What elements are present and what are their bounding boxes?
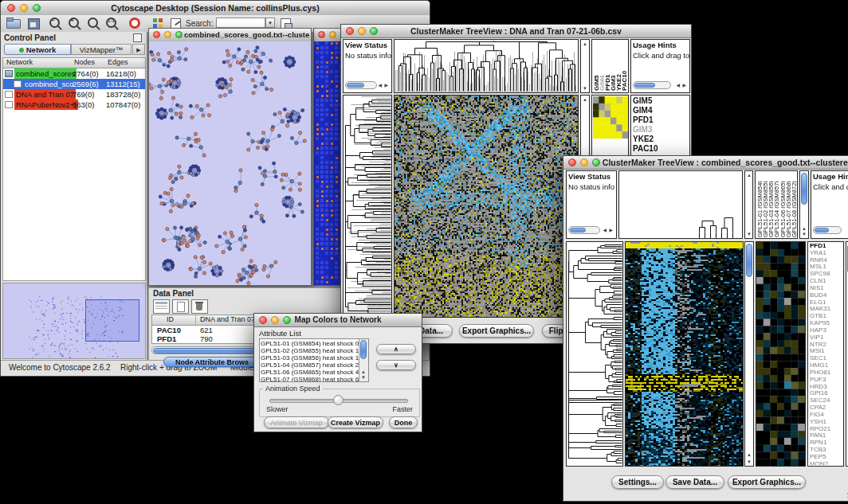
tv1-column-label[interactable]: GIM4 — [599, 41, 604, 91]
zoom-selected-icon[interactable] — [87, 18, 101, 29]
scroll-up-icon[interactable]: ▲ — [747, 452, 752, 457]
search-dropdown-icon[interactable]: ▼ — [265, 18, 275, 28]
scroll-down-icon[interactable]: ▼ — [747, 232, 752, 236]
tv1-column-label[interactable]: GIM5 — [593, 41, 599, 91]
tab-vizmapper[interactable]: VizMapper™ — [71, 44, 132, 55]
network-canvas[interactable] — [149, 41, 311, 285]
scroll-down-icon[interactable]: ▼ — [583, 86, 587, 91]
tv1-zoom-matrix[interactable] — [593, 96, 628, 139]
tv2-column-label[interactable]: GPL51-08 (GSM872) — [791, 172, 796, 237]
scroll-right-icon[interactable]: ▶ — [682, 83, 686, 88]
attribute-list-item[interactable]: GPL51-02 (GSM855) heat shock 10 min — [261, 347, 359, 354]
table-icon[interactable] — [153, 299, 170, 314]
minimize-button[interactable] — [329, 31, 336, 38]
tv1-heatmap[interactable] — [395, 96, 578, 317]
attribute-list-item[interactable]: GPL51-07 (GSM868) heat shock 60 min — [261, 376, 359, 382]
minimize-button[interactable] — [580, 158, 588, 166]
gene-label[interactable]: PAC10 — [633, 144, 689, 154]
gene-label[interactable]: GIM5 — [633, 96, 689, 106]
overview-viewport-rect[interactable] — [85, 299, 139, 342]
scroll-up-icon[interactable]: ▲ — [361, 369, 366, 374]
tab-network[interactable]: Network — [4, 44, 71, 55]
attribute-listbox[interactable]: GPL51-01 (GSM854) heat shock 05 minGPL51… — [259, 338, 369, 382]
tv2-heatmap[interactable] — [626, 242, 743, 466]
zoom-button[interactable] — [175, 31, 183, 38]
gene-label[interactable]: YKE2 — [633, 135, 689, 144]
tv2-save-data-button[interactable]: Save Data... — [665, 475, 724, 489]
close-button[interactable] — [318, 31, 325, 38]
scroll-down-icon[interactable]: ▼ — [747, 459, 752, 464]
tv2-heatmap-scrollbar[interactable]: ▲ ▼ — [744, 241, 754, 467]
gene-label[interactable]: PFD1 — [633, 115, 689, 125]
minimize-button[interactable] — [164, 31, 171, 38]
network-row[interactable]: combined_sco2569(6)13112(15) — [3, 79, 145, 89]
scroll-down-icon[interactable]: ▼ — [802, 232, 807, 236]
tv2-settings-button[interactable]: Settings... — [611, 475, 664, 489]
col-network[interactable]: Network — [6, 58, 33, 66]
scroll-down-icon[interactable]: ▼ — [361, 375, 366, 380]
tv2-col-scroll-strip[interactable]: ▲ ▼ — [744, 170, 753, 239]
scroll-up-icon[interactable]: ▲ — [802, 226, 807, 231]
tv1-column-label[interactable]: PAC10 — [621, 41, 626, 91]
scroll-up-icon[interactable]: ▲ — [583, 97, 587, 102]
tv1-status-scrollbar[interactable] — [345, 81, 377, 89]
tv1-column-dendrogram[interactable] — [395, 40, 578, 92]
network-overview[interactable] — [2, 283, 146, 359]
tv2-row-dendrogram[interactable] — [567, 242, 622, 466]
tv2-status-scrollbar[interactable] — [568, 226, 600, 234]
attribute-list-item[interactable]: GPL51-03 (GSM856) heat shock 15 min — [261, 354, 359, 361]
tv2-usage-scrollbar[interactable] — [813, 226, 842, 234]
tv2-zoom-thumbnail[interactable] — [756, 242, 805, 466]
col-nodes[interactable]: Nodes — [74, 58, 95, 66]
zoom-out-icon[interactable]: − — [49, 18, 63, 29]
tv1-column-label[interactable]: PFD1 — [604, 41, 610, 91]
tv1-usage-scrollbar[interactable] — [633, 81, 671, 89]
gene-label[interactable]: MON2 — [810, 461, 843, 465]
attribute-list-scrollbar[interactable]: ▲ ▼ — [359, 339, 368, 381]
zoom-in-icon[interactable]: + — [68, 18, 82, 29]
delete-attribute-icon[interactable] — [191, 299, 208, 314]
network-view-titlebar[interactable]: combined_scores_good.txt--cluste... — [149, 29, 311, 42]
tv1-export-graphics-button[interactable]: Export Graphics... — [459, 324, 534, 338]
tv2-column-dendrogram[interactable] — [619, 171, 742, 238]
scroll-right-icon[interactable]: ▶ — [384, 83, 388, 88]
new-attribute-icon[interactable] — [172, 299, 189, 314]
speed-slider-thumb[interactable] — [333, 395, 344, 405]
create-vizmapbutton[interactable]: Create Vizmap — [328, 416, 383, 428]
tv2-col-scrollbar[interactable]: ▲ ▼ — [799, 170, 809, 239]
tv2-column-label[interactable]: GPL51-06 (GSM865) — [779, 172, 785, 237]
tab-overflow-button[interactable]: ▶ — [132, 44, 145, 55]
scroll-right-icon[interactable]: ▶ — [609, 228, 613, 232]
network-row[interactable]: combined_scores2764(0)16218(0) — [3, 68, 145, 79]
scroll-up-icon[interactable]: ▲ — [747, 173, 752, 178]
help-lifebuoy-icon[interactable] — [128, 18, 143, 29]
data-col-id[interactable]: ID — [167, 315, 174, 323]
scroll-left-icon[interactable]: ◀ — [676, 83, 680, 88]
float-panel-icon[interactable] — [133, 33, 142, 42]
tv2-export-graphics-button[interactable]: Export Graphics... — [728, 475, 806, 489]
close-button[interactable] — [568, 158, 576, 166]
zoom-button[interactable] — [592, 158, 600, 166]
zoom-fit-icon[interactable]: 1:1 — [105, 18, 120, 29]
node-attribute-browser-button[interactable]: Node Attribute Brows — [163, 357, 261, 367]
attribute-list-item[interactable]: GPL51-06 (GSM865) heat shock 40 min — [261, 369, 359, 376]
move-up-button[interactable]: ∧ — [376, 344, 416, 354]
main-titlebar[interactable]: Cytoscape Desktop (Session Name: collins… — [1, 1, 430, 16]
tv1-column-label[interactable]: GIM3 — [610, 41, 615, 91]
tv1-column-label[interactable]: YKE2 — [615, 41, 621, 91]
treeview2-titlebar[interactable]: ClusterMaker TreeView : combined_scores_… — [563, 156, 848, 170]
tv1-col-scroll-strip[interactable]: ▲ ▼ — [580, 39, 590, 93]
scroll-up-icon[interactable]: ▲ — [583, 41, 587, 46]
col-edges[interactable]: Edges — [108, 58, 128, 66]
gene-label[interactable]: GIM4 — [633, 106, 689, 115]
attribute-list-item[interactable]: GPL51-04 (GSM857) heat shock 20 min — [261, 361, 359, 369]
treeview1-titlebar[interactable]: ClusterMaker TreeView : DNA and Tran 07-… — [341, 25, 691, 38]
attribute-list-item[interactable]: GPL51-01 (GSM854) heat shock 05 min — [261, 340, 359, 347]
search-input[interactable] — [216, 18, 265, 28]
save-icon[interactable] — [27, 18, 41, 29]
network-row[interactable]: DNA and Tran 07769(0)183728(0) — [3, 89, 145, 100]
tv1-row-dendrogram[interactable] — [344, 96, 391, 317]
donebutton[interactable]: Done — [389, 416, 418, 428]
close-button[interactable] — [153, 31, 160, 38]
scroll-left-icon[interactable]: ◀ — [603, 228, 607, 232]
